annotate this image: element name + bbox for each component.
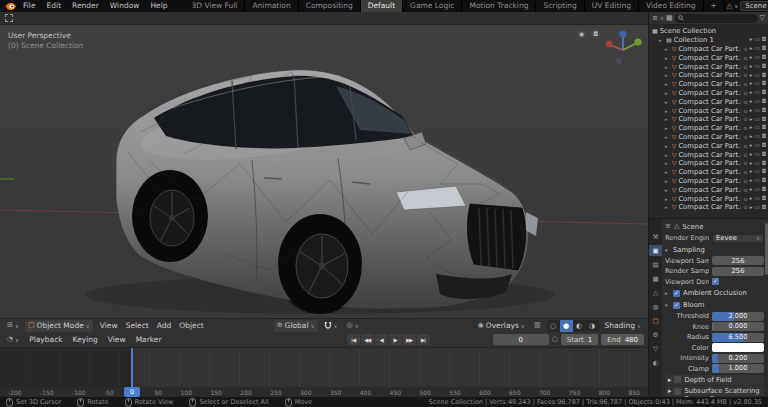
- disable-render-camera-icon[interactable]: ◘: [762, 117, 766, 123]
- playback-button[interactable]: ◀: [375, 334, 388, 345]
- editor-type-button[interactable]: ⊞ ∨: [4, 320, 22, 332]
- selectable-icon[interactable]: ▸: [750, 187, 753, 193]
- disable-render-camera-icon[interactable]: ◘: [762, 134, 766, 140]
- hide-viewport-monitor-icon[interactable]: ▭: [754, 205, 759, 211]
- scene-collection-row[interactable]: ▦ Scene Collection: [652, 27, 766, 36]
- selectable-icon[interactable]: ▸: [750, 108, 753, 114]
- selectable-icon[interactable]: ▸: [750, 64, 753, 70]
- outliner-editor-icon[interactable]: ≡: [652, 15, 658, 22]
- selectable-icon[interactable]: ▸: [750, 73, 753, 79]
- playback-button[interactable]: ◀◀: [361, 334, 374, 345]
- filter-icon[interactable]: ▽: [760, 15, 765, 22]
- selectable-icon[interactable]: ▸: [750, 55, 753, 61]
- disable-render-camera-icon[interactable]: ◘: [762, 81, 766, 87]
- menu-item[interactable]: Render: [67, 0, 104, 12]
- disable-render-camera-icon[interactable]: ◘: [762, 90, 766, 96]
- disable-render-camera-icon[interactable]: ◘: [762, 125, 766, 131]
- snap-toggle[interactable]: ∨: [321, 320, 341, 332]
- shading-wireframe-button[interactable]: ○: [547, 320, 560, 332]
- disable-render-camera-icon[interactable]: ◘: [762, 152, 766, 158]
- hide-viewport-monitor-icon[interactable]: ▭: [754, 161, 759, 167]
- 3d-viewport[interactable]: User Perspective (0) Scene Collection ◉ …: [0, 12, 648, 318]
- workspace-tab[interactable]: Animation: [245, 0, 298, 12]
- properties-tab-world[interactable]: ◍: [649, 301, 662, 312]
- overlays-dropdown[interactable]: ◉ Overlays ∨: [475, 320, 528, 332]
- hide-viewport-monitor-icon[interactable]: ▭: [754, 90, 759, 96]
- expand-icon[interactable]: ▸: [665, 169, 670, 175]
- disable-render-camera-icon[interactable]: ◘: [762, 99, 766, 105]
- frame-end-field[interactable]: End 480: [601, 334, 644, 345]
- bloom-header[interactable]: ▾ Bloom: [665, 300, 764, 310]
- hide-viewport-monitor-icon[interactable]: ▭: [754, 169, 759, 175]
- properties-tab-material[interactable]: ◐: [649, 357, 662, 368]
- front-wheel[interactable]: [278, 214, 362, 314]
- hide-viewport-monitor-icon[interactable]: ▭: [754, 152, 759, 158]
- panel-checkbox[interactable]: [674, 376, 681, 383]
- zoom-view-button[interactable]: ◉: [576, 28, 587, 39]
- menu-item[interactable]: File: [18, 0, 41, 12]
- render-engine-dropdown[interactable]: Eevee ∨: [712, 234, 764, 243]
- selectable-icon[interactable]: ▸: [750, 125, 753, 131]
- timeline-menu-item[interactable]: Playback: [25, 335, 66, 344]
- object-row[interactable]: ▸ ▽ Compact Car Part.0 ⊙ ▸ ▭ ◘: [652, 45, 766, 54]
- properties-tab-view-layer[interactable]: ▦: [649, 273, 662, 284]
- object-row[interactable]: ▸ ▽ Compact Car Part.0 ⊙ ▸ ▭ ◘: [652, 106, 766, 115]
- expand-icon[interactable]: ▸: [665, 90, 670, 96]
- bloom-property-slider[interactable]: 6.500: [712, 333, 764, 342]
- object-row[interactable]: ▸ ▽ Compact Car Part.0 ⊙ ▸ ▭ ◘: [652, 80, 766, 89]
- hide-viewport-monitor-icon[interactable]: ▭: [754, 178, 759, 184]
- playhead-frame-badge[interactable]: 0: [124, 387, 140, 397]
- expand-icon[interactable]: ▸: [665, 108, 670, 114]
- selectable-icon[interactable]: ▸: [750, 117, 753, 123]
- properties-tab-output[interactable]: ▤: [649, 259, 662, 270]
- timeline-track-area[interactable]: -200-150-100-500501001502002503003504004…: [0, 348, 648, 397]
- object-row[interactable]: ▸ ▽ Compact Car Part.0 ⊙ ▸ ▭ ◘: [652, 53, 766, 62]
- workspace-tab[interactable]: Motion Tracking: [462, 0, 536, 12]
- bloom-property-slider[interactable]: 0.000: [712, 322, 764, 331]
- navigation-gizmo[interactable]: [604, 28, 642, 66]
- workspace-tab[interactable]: 3D View Full: [184, 0, 245, 12]
- viewport-menu-item[interactable]: View: [96, 321, 122, 330]
- hide-viewport-monitor-icon[interactable]: ▭: [754, 55, 759, 61]
- playback-button[interactable]: ▶▶: [403, 334, 416, 345]
- display-mode-icon[interactable]: ▦: [666, 15, 673, 22]
- hide-viewport-monitor-icon[interactable]: ▭: [754, 143, 759, 149]
- expand-icon[interactable]: ▸: [665, 152, 670, 158]
- hide-viewport-monitor-icon[interactable]: ▭: [754, 196, 759, 202]
- selectable-icon[interactable]: ▸: [750, 134, 753, 140]
- samples-value-field[interactable]: 256: [712, 267, 764, 276]
- workspace-tab[interactable]: Video Editing: [639, 0, 704, 12]
- panel-header[interactable]: ▸ Depth of Field: [665, 375, 764, 385]
- properties-tab-render[interactable]: ▣: [649, 245, 662, 256]
- mode-dropdown[interactable]: □ Object Mode ∨: [25, 320, 93, 332]
- expand-icon[interactable]: ▸: [665, 46, 670, 52]
- expand-icon[interactable]: ▸: [665, 204, 670, 210]
- menu-item[interactable]: Edit: [42, 0, 67, 12]
- expand-icon[interactable]: ▸: [665, 125, 670, 131]
- rear-wheel[interactable]: [132, 170, 208, 262]
- frame-start-field[interactable]: Start 1: [561, 334, 599, 345]
- selectable-icon[interactable]: ▸: [750, 161, 753, 167]
- expand-icon[interactable]: ▸: [665, 116, 670, 122]
- selectable-icon[interactable]: ▸: [750, 205, 753, 211]
- chevron-down-icon[interactable]: ∨: [660, 15, 664, 21]
- disable-render-camera-icon[interactable]: ◘: [762, 46, 766, 52]
- expand-icon[interactable]: ▸: [665, 134, 670, 140]
- outliner-search-input[interactable]: [675, 14, 758, 23]
- object-row[interactable]: ▸ ▽ Compact Car Part.0 ⊙ ▸ ▭ ◘: [652, 150, 766, 159]
- expand-icon[interactable]: ▸: [665, 178, 670, 184]
- disable-render-camera-icon[interactable]: ◘: [762, 73, 766, 79]
- selectable-icon[interactable]: ▸: [750, 90, 753, 96]
- object-row[interactable]: ▸ ▽ Compact Car Part.0 ⊙ ▸ ▭ ◘: [652, 203, 766, 212]
- hide-viewport-monitor-icon[interactable]: ▭: [754, 99, 759, 105]
- bloom-checkbox[interactable]: [673, 302, 680, 309]
- shading-material-button[interactable]: ◐: [573, 320, 586, 332]
- disable-render-camera-icon[interactable]: ◘: [762, 37, 766, 43]
- viewport-menu-item[interactable]: Add: [153, 321, 176, 330]
- expand-icon[interactable]: ▸: [659, 37, 664, 43]
- chevron-down-icon[interactable]: ∨: [734, 3, 738, 9]
- proportional-editing-toggle[interactable]: ◎ ∨: [344, 320, 362, 332]
- menu-item[interactable]: Help: [145, 0, 172, 12]
- bloom-property-slider[interactable]: 0.200: [712, 354, 764, 363]
- xray-toggle[interactable]: ▥: [531, 320, 544, 332]
